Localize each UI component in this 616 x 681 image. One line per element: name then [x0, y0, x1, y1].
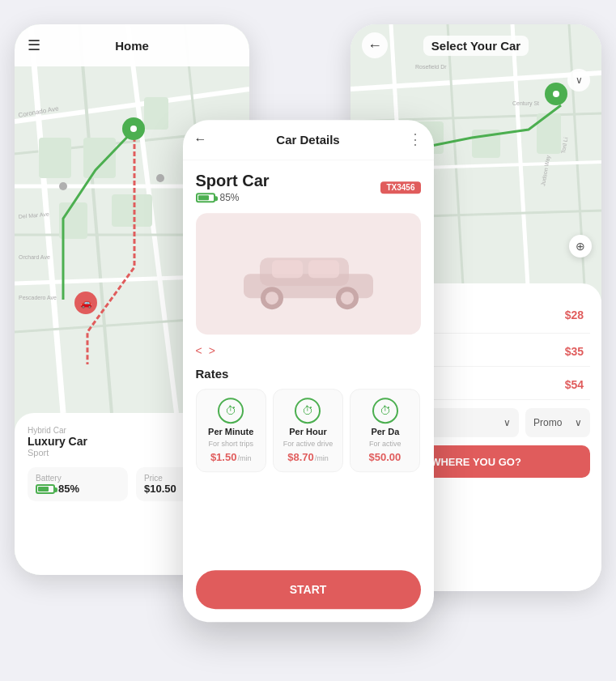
rate-name: Per Hour: [289, 427, 326, 436]
svg-point-44: [266, 292, 278, 304]
svg-rect-18: [59, 202, 87, 239]
svg-rect-37: [472, 130, 500, 158]
more-options-btn[interactable]: ⋮: [408, 130, 423, 148]
svg-point-20: [59, 182, 67, 190]
detail-plate-badge: TX3456: [380, 181, 420, 194]
rate-sub: For active drive: [283, 440, 333, 448]
battery-icon: [36, 484, 55, 494]
crosshair-icon[interactable]: ⊕: [569, 235, 592, 258]
promo-select[interactable]: Promo ∨: [525, 408, 590, 437]
rate-clock-icon: ⏱: [372, 398, 398, 423]
car-item-price: $35: [565, 345, 584, 358]
menu-icon[interactable]: ☰: [28, 36, 40, 54]
car-sub: Sport: [28, 448, 87, 458]
select-header: ← Select Your Car: [350, 24, 601, 66]
rate-price: $50.00: [368, 451, 401, 463]
svg-rect-17: [144, 97, 168, 130]
select-pin-green: [545, 83, 567, 105]
start-label: START: [290, 583, 327, 596]
battery-value: 85%: [58, 483, 79, 495]
rate-unit: /min: [315, 454, 329, 462]
svg-rect-16: [83, 138, 116, 178]
select-back-btn[interactable]: ←: [362, 32, 388, 58]
nav-right[interactable]: >: [209, 344, 215, 357]
detail-battery-pct: 85%: [220, 192, 240, 203]
svg-rect-19: [112, 194, 152, 227]
rates-grid: ⏱ Per Minute For short trips $1.50 /min …: [196, 389, 421, 472]
location-pin-green: [122, 117, 145, 140]
rate-price: $1.50: [210, 451, 237, 463]
detail-header: ← Car Details ⋮: [183, 120, 434, 160]
detail-back-btn[interactable]: ←: [194, 132, 207, 147]
rate-card-per-day[interactable]: ⏱ Per Da For active $50.00: [350, 389, 420, 472]
nav-left[interactable]: <: [196, 344, 202, 357]
rates-section: Rates ⏱ Per Minute For short trips $1.50…: [196, 367, 421, 472]
car-item-price: $54: [565, 378, 584, 391]
rate-card-per-minute[interactable]: ⏱ Per Minute For short trips $1.50 /min: [196, 389, 266, 472]
rate-sub: For short trips: [208, 440, 253, 448]
svg-text:Orchard Ave: Orchard Ave: [19, 254, 50, 260]
svg-point-21: [156, 174, 164, 182]
rate-price: $8.70: [287, 451, 314, 463]
detail-title: Car Details: [276, 133, 339, 147]
rate-unit: /min: [237, 454, 251, 462]
car-image: [196, 213, 421, 334]
expand-icon[interactable]: ∨: [567, 69, 590, 92]
select-title: Select Your Car: [423, 36, 529, 56]
screen-detail: ← Car Details ⋮ Sport Car 85% TX3456: [183, 120, 434, 622]
svg-rect-15: [39, 138, 71, 178]
battery-bar: 85%: [36, 483, 120, 495]
detail-battery-icon: [196, 193, 215, 202]
location-pin-red: [74, 292, 97, 314]
svg-text:Century St: Century St: [512, 100, 539, 107]
start-button[interactable]: START: [196, 570, 421, 609]
rates-title: Rates: [196, 367, 421, 381]
battery-box: Battery 85%: [28, 467, 128, 501]
rate-name: Per Minute: [208, 427, 253, 436]
home-header: ☰ Home: [15, 24, 249, 66]
rate-card-per-hour[interactable]: ⏱ Per Hour For active drive $8.70 /min: [273, 389, 343, 472]
svg-text:Pescadero Ave: Pescadero Ave: [19, 295, 57, 300]
car-name: Luxury Car: [28, 435, 87, 448]
rate-clock-icon: ⏱: [218, 398, 244, 423]
car-battery-row: 85%: [196, 192, 270, 203]
car-title-row: Sport Car 85% TX3456: [196, 172, 421, 203]
battery-label: Battery: [36, 474, 120, 483]
car-title: Sport Car: [196, 172, 270, 190]
svg-rect-41: [272, 260, 303, 278]
detail-body: Sport Car 85% TX3456: [183, 160, 434, 570]
home-title: Home: [115, 39, 149, 53]
svg-point-46: [341, 292, 354, 304]
car-item-price: $28: [565, 309, 584, 321]
rate-sub: For active: [369, 440, 401, 448]
svg-rect-42: [308, 260, 339, 278]
image-nav: < >: [196, 344, 421, 357]
svg-rect-38: [537, 113, 561, 154]
rate-name: Per Da: [371, 427, 399, 436]
rate-clock-icon: ⏱: [295, 398, 321, 423]
